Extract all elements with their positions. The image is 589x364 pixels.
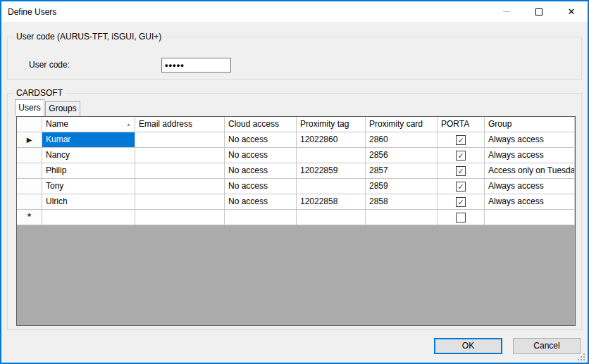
cell-porta[interactable] [438,210,485,225]
titlebar[interactable]: Define Users ✕ [1,1,588,22]
cell-cloud[interactable]: No access [225,194,297,210]
cell-cloud[interactable] [225,210,297,225]
define-users-dialog: Define Users ✕ User code (AURUS-TFT, iSG… [0,0,589,364]
minimize-button[interactable] [490,1,523,22]
cell-name[interactable]: Nancy [42,148,135,163]
cell-card[interactable] [366,210,438,225]
table-row: ▶KumarNo access120228602860✓Always acces… [17,132,575,148]
porta-checkbox[interactable]: ✓ [456,166,466,176]
row-header[interactable]: ▶ [17,132,42,148]
cell-group[interactable]: Always access [485,194,575,210]
grid-body: ▶KumarNo access120228602860✓Always acces… [17,132,575,225]
cell-porta[interactable]: ✓ [438,194,485,210]
grid-corner-header[interactable] [17,117,42,132]
row-header[interactable] [17,179,42,194]
cell-group[interactable]: Always access [485,179,575,194]
column-header-proximity-tag[interactable]: Proximity tag [297,117,366,132]
ok-button[interactable]: OK [434,338,502,354]
resize-grip-icon[interactable] [577,353,585,361]
cell-group[interactable]: Always access [485,132,575,148]
usercode-input[interactable] [161,58,231,73]
cell-tag[interactable]: 12022859 [297,163,366,179]
cancel-button[interactable]: Cancel [513,338,581,354]
column-header-name[interactable]: Name▲ [42,117,135,132]
porta-checkbox[interactable]: ✓ [456,197,466,207]
usercode-label: User code: [29,58,70,73]
table-row: TonyNo access2859✓Always access [17,179,575,194]
column-header-group[interactable]: Group [485,117,575,132]
column-header-cloud-access[interactable]: Cloud access [225,117,297,132]
maximize-icon [535,8,542,15]
porta-checkbox[interactable]: ✓ [456,151,466,161]
row-header[interactable] [17,194,42,210]
cell-cloud[interactable]: No access [225,132,297,148]
grid-new-row: * [17,210,575,225]
cell-group[interactable]: Access only on Tuesday [485,163,575,179]
column-header-email-address[interactable]: Email address [135,117,225,132]
cardsoft-groupbox: CARDSOFT Users Groups Name▲Email address… [7,93,582,330]
row-header[interactable] [17,148,42,163]
cell-card[interactable]: 2858 [366,194,438,210]
cell-porta[interactable]: ✓ [438,163,485,179]
column-header-porta[interactable]: PORTA [438,117,485,132]
porta-checkbox[interactable]: ✓ [456,135,466,145]
cell-name[interactable]: Tony [42,179,135,194]
cell-name[interactable] [42,210,135,225]
cardsoft-group-title: CARDSOFT [13,88,66,98]
table-row: NancyNo access2856✓Always access [17,148,575,163]
cell-cloud[interactable]: No access [225,179,297,194]
cell-email[interactable] [135,148,225,163]
cell-email[interactable] [135,194,225,210]
row-header[interactable] [17,163,42,179]
window-controls: ✕ [490,1,588,22]
table-row: PhilipNo access120228592857✓Access only … [17,163,575,179]
column-header-proximity-card[interactable]: Proximity card [366,117,438,132]
cell-porta[interactable]: ✓ [438,179,485,194]
cell-name[interactable]: Kumar [42,132,135,148]
usercode-group-title: User code (AURUS-TFT, iSGUI, GUI+) [13,32,164,42]
cell-email[interactable] [135,132,225,148]
cell-card[interactable]: 2856 [366,148,438,163]
usercode-groupbox: User code (AURUS-TFT, iSGUI, GUI+) User … [7,37,582,80]
window-title: Define Users [1,7,490,17]
cell-tag[interactable]: 12022860 [297,132,366,148]
cell-porta[interactable]: ✓ [438,132,485,148]
minimize-icon [503,11,510,12]
cell-cloud[interactable]: No access [225,163,297,179]
close-icon: ✕ [568,7,576,16]
cell-tag[interactable] [297,148,366,163]
cell-email[interactable] [135,163,225,179]
cell-porta[interactable]: ✓ [438,148,485,163]
cell-group[interactable] [485,210,575,225]
cell-tag[interactable] [297,179,366,194]
sort-ascending-icon: ▲ [126,122,131,127]
cell-email[interactable] [135,210,225,225]
cell-name[interactable]: Philip [42,163,135,179]
cell-tag[interactable] [297,210,366,225]
dialog-body: User code (AURUS-TFT, iSGUI, GUI+) User … [1,22,588,363]
maximize-button[interactable] [523,1,555,22]
tab-users[interactable]: Users [15,99,44,116]
porta-checkbox[interactable] [456,213,466,222]
close-button[interactable]: ✕ [555,1,588,22]
cell-tag[interactable]: 12022858 [297,194,366,210]
porta-checkbox[interactable]: ✓ [456,182,466,192]
cell-name[interactable]: Ulrich [42,194,135,210]
cell-email[interactable] [135,179,225,194]
tab-groups[interactable]: Groups [45,101,80,116]
row-header[interactable]: * [17,210,42,225]
cell-card[interactable]: 2859 [366,179,438,194]
grid-header-row: Name▲Email addressCloud accessProximity … [17,117,575,132]
cell-group[interactable]: Always access [485,148,575,163]
cell-card[interactable]: 2857 [366,163,438,179]
table-row: UlrichNo access120228582858✓Always acces… [17,194,575,210]
cell-card[interactable]: 2860 [366,132,438,148]
users-grid[interactable]: Name▲Email addressCloud accessProximity … [16,116,576,326]
cell-cloud[interactable]: No access [225,148,297,163]
